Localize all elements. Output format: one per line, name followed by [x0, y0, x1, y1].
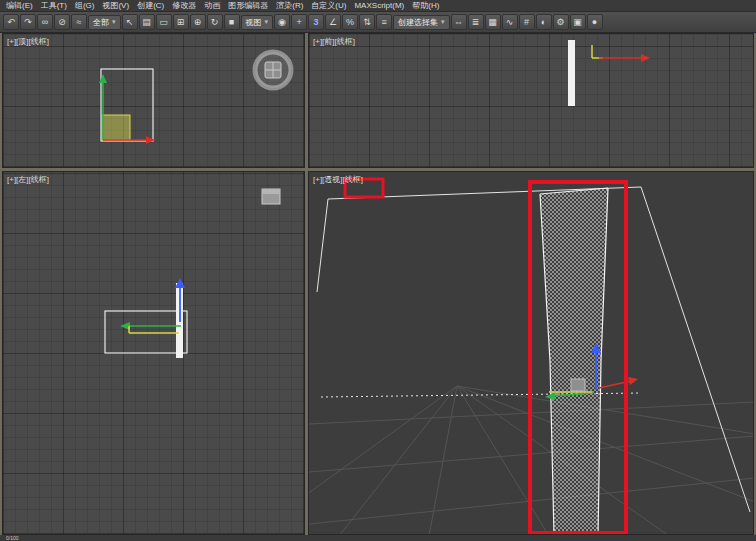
gizmo-x-axis[interactable]	[599, 377, 638, 388]
circle-cursor-overlay-icon	[255, 52, 291, 88]
menu-maxscript[interactable]: MAXScript(M)	[350, 0, 408, 12]
snap-toggle-icon[interactable]: 3	[308, 14, 324, 30]
chevron-down-icon: ▾	[112, 18, 116, 26]
menu-edit[interactable]: 编辑(E)	[2, 0, 37, 12]
select-object-icon[interactable]: ↖	[122, 14, 138, 30]
viewport-left-canvas	[3, 172, 305, 535]
menu-customize[interactable]: 自定义(U)	[307, 0, 350, 12]
gizmo-plane-handle[interactable]	[129, 326, 179, 333]
frame-indicator: 0/100	[6, 535, 19, 541]
named-selection-sets-dropdown[interactable]: 创建选择集 ▾	[393, 15, 450, 30]
schematic-view-icon[interactable]: #	[519, 14, 535, 30]
rectangle-shape[interactable]	[105, 311, 187, 353]
menu-animation[interactable]: 动画	[200, 0, 224, 12]
menu-rendering[interactable]: 渲染(R)	[272, 0, 307, 12]
menu-group[interactable]: 组(G)	[71, 0, 99, 12]
reference-coordinate-dropdown[interactable]: 视图 ▾	[241, 15, 274, 30]
reference-coordinate-value: 视图	[246, 17, 262, 28]
main-toolbar: ↶ ↷ ∞ ⊘ ≈ 全部 ▾ ↖ ▤ ▭ ⊞ ⊕ ↻ ■ 视图 ▾ ◉ + 3 …	[0, 12, 756, 33]
mesh-column-object[interactable]	[540, 188, 608, 535]
room-wireframe[interactable]	[317, 187, 750, 512]
curve-editor-icon[interactable]: ∿	[502, 14, 518, 30]
render-production-icon[interactable]: ●	[587, 14, 603, 30]
viewport-top[interactable]: [+][顶][线框]	[2, 33, 305, 168]
edit-named-selection-sets-icon[interactable]: ≡	[376, 14, 392, 30]
material-editor-icon[interactable]: ◐	[536, 14, 552, 30]
menu-tools[interactable]: 工具(T)	[37, 0, 71, 12]
use-pivot-point-center-icon[interactable]: ◉	[274, 14, 290, 30]
max-window: 编辑(E) 工具(T) 组(G) 视图(V) 创建(C) 修改器 动画 图形编辑…	[0, 0, 756, 541]
menu-create[interactable]: 创建(C)	[133, 0, 168, 12]
select-and-move-icon[interactable]: ⊕	[190, 14, 206, 30]
menu-modifiers[interactable]: 修改器	[168, 0, 200, 12]
angle-snap-toggle-icon[interactable]: ∠	[325, 14, 341, 30]
viewport-left-label[interactable]: [+][左][线框]	[7, 174, 49, 185]
viewport-left[interactable]: [+][左][线框]	[2, 171, 305, 535]
render-setup-icon[interactable]: ⚙	[553, 14, 569, 30]
layer-manager-icon[interactable]: ▦	[485, 14, 501, 30]
bind-to-space-warp-icon[interactable]: ≈	[71, 14, 87, 30]
mirror-icon[interactable]: ⇔	[451, 14, 467, 30]
window-crossing-icon[interactable]: ⊞	[173, 14, 189, 30]
viewport-top-label[interactable]: [+][顶][线框]	[7, 36, 49, 47]
rendered-frame-window-icon[interactable]: ▣	[570, 14, 586, 30]
menu-bar: 编辑(E) 工具(T) 组(G) 视图(V) 创建(C) 修改器 动画 图形编辑…	[0, 0, 756, 12]
box-object[interactable]	[262, 189, 280, 204]
select-and-scale-icon[interactable]: ■	[224, 14, 240, 30]
chevron-down-icon: ▾	[441, 18, 445, 26]
status-bar: 0/100	[0, 535, 756, 541]
gizmo-plane-handle[interactable]	[592, 45, 603, 58]
selection-filter-dropdown[interactable]: 全部 ▾	[88, 15, 121, 30]
chevron-down-icon: ▾	[265, 18, 269, 26]
unlink-selection-icon[interactable]: ⊘	[54, 14, 70, 30]
menu-graph-editors[interactable]: 图形编辑器	[224, 0, 272, 12]
menu-views[interactable]: 视图(V)	[98, 0, 133, 12]
viewport-front-canvas	[309, 34, 754, 168]
viewport-perspective[interactable]: [+][透视][线框]	[308, 171, 754, 535]
spinner-snap-toggle-icon[interactable]: ⇅	[359, 14, 375, 30]
select-and-manipulate-icon[interactable]: +	[291, 14, 307, 30]
plane-object[interactable]	[568, 40, 575, 106]
align-icon[interactable]: ≣	[468, 14, 484, 30]
select-by-name-icon[interactable]: ▤	[139, 14, 155, 30]
gizmo-x-axis[interactable]	[599, 54, 650, 62]
gizmo-xy-plane-handle[interactable]	[102, 115, 130, 140]
helper-box[interactable]	[571, 379, 585, 391]
percent-snap-toggle-icon[interactable]: %	[342, 14, 358, 30]
selection-filter-value: 全部	[93, 17, 109, 28]
menu-help[interactable]: 帮助(H)	[408, 0, 443, 12]
viewport-front-label[interactable]: [+][前][线框]	[313, 36, 355, 47]
named-selection-sets-value: 创建选择集	[398, 17, 438, 28]
viewport-perspective-canvas	[309, 172, 754, 535]
viewport-front[interactable]: [+][前][线框]	[308, 33, 754, 168]
rectangular-selection-region-icon[interactable]: ▭	[156, 14, 172, 30]
select-and-rotate-icon[interactable]: ↻	[207, 14, 223, 30]
redo-icon[interactable]: ↷	[20, 14, 36, 30]
viewport-perspective-label[interactable]: [+][透视][线框]	[313, 174, 363, 185]
select-and-link-icon[interactable]: ∞	[37, 14, 53, 30]
viewport-top-canvas	[3, 34, 305, 168]
undo-icon[interactable]: ↶	[3, 14, 19, 30]
